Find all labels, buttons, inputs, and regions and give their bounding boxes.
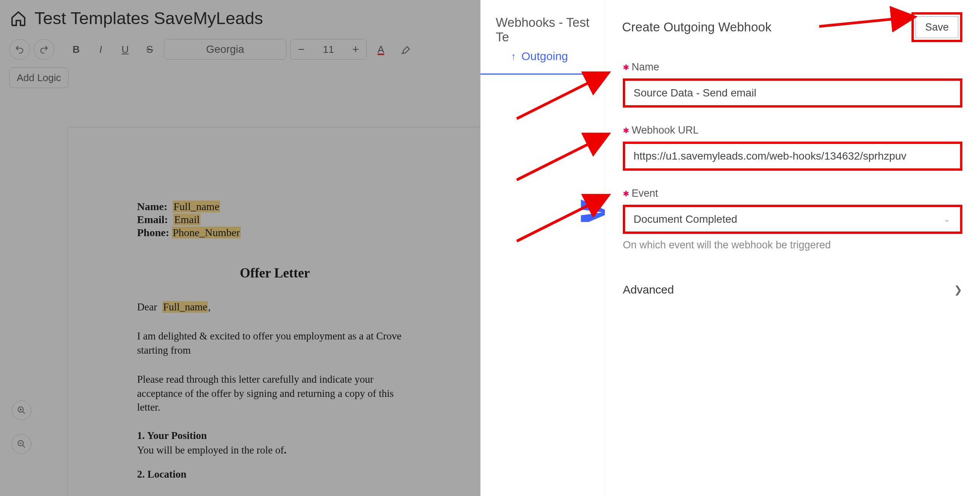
document-canvas[interactable]: Name: Full_name Email: Email Phone: Phon… [68, 128, 482, 496]
doc-para-1: I am delighted & excited to offer you em… [137, 329, 413, 357]
webhooks-panel-title: Webhooks - Test Te [480, 0, 605, 44]
doc-section-2-title: 2. Location [137, 468, 413, 480]
variable-phone[interactable]: Phone_Number [172, 227, 241, 238]
webhooks-panel: Webhooks - Test Te ↑ Outgoing [480, 0, 605, 496]
font-size-stepper[interactable]: − 11 + [290, 39, 367, 60]
redo-button[interactable] [34, 39, 54, 60]
doc-field-email: Email: Email [137, 214, 413, 226]
variable-full-name-2[interactable]: Full_name [162, 301, 208, 313]
name-input[interactable] [625, 81, 960, 105]
add-logic-button[interactable]: Add Logic [9, 67, 69, 88]
variable-email[interactable]: Email [173, 214, 201, 225]
url-input[interactable] [625, 144, 960, 168]
advanced-label: Advanced [623, 283, 674, 296]
event-label: Event [632, 188, 658, 199]
font-size-value: 11 [312, 44, 345, 55]
font-size-increase[interactable]: + [345, 39, 366, 59]
annotation-url-highlight [623, 142, 962, 171]
panel-title: Create Outgoing Webhook [622, 20, 771, 34]
chevron-right-icon: ❯ [954, 284, 962, 296]
italic-button[interactable]: I [90, 39, 111, 60]
doc-greeting: Dear Full_name, [137, 300, 413, 314]
doc-field-name: Name: Full_name [137, 201, 413, 213]
tab-outgoing[interactable]: ↑ Outgoing [511, 50, 568, 63]
doc-title: Offer Letter [137, 266, 413, 281]
required-icon: ✱ [623, 189, 629, 198]
font-size-decrease[interactable]: − [291, 39, 312, 59]
variable-full-name[interactable]: Full_name [173, 201, 220, 212]
zoom-out-button[interactable] [11, 434, 31, 454]
bold-button[interactable]: B [66, 39, 87, 60]
home-icon[interactable] [10, 10, 27, 27]
doc-para-2: Please read through this letter carefull… [137, 372, 413, 414]
font-family-select[interactable]: Georgia [164, 39, 286, 60]
annotation-save-highlight: Save [911, 12, 962, 42]
undo-button[interactable] [9, 39, 30, 60]
underline-button[interactable]: U [115, 39, 136, 60]
field-url-group: ✱Webhook URL [605, 124, 980, 171]
tab-outgoing-label: Outgoing [521, 50, 568, 63]
page-title: Test Templates SaveMyLeads [34, 8, 263, 28]
doc-section-1-body: You will be employed in the role of. [137, 443, 413, 457]
event-hint: On which event will the webhook be trigg… [623, 239, 962, 251]
doc-field-phone: Phone: Phone_Number [137, 227, 413, 239]
zoom-controls [11, 400, 31, 454]
name-label: Name [632, 61, 659, 73]
create-webhook-panel: Create Outgoing Webhook Save ✱Name ✱Webh… [605, 0, 980, 496]
strikethrough-button[interactable]: S [139, 39, 160, 60]
highlight-color-button[interactable] [395, 39, 416, 60]
event-select[interactable] [625, 207, 960, 232]
advanced-toggle[interactable]: Advanced ❯ [605, 268, 980, 312]
required-icon: ✱ [623, 63, 629, 72]
arrow-up-icon: ↑ [511, 51, 516, 62]
zoom-in-button[interactable] [11, 400, 31, 420]
text-color-button[interactable]: A [371, 39, 391, 60]
field-event-group: ✱Event ⌄ On which event will the webhook… [605, 188, 980, 251]
tab-underline [480, 73, 605, 75]
field-name-group: ✱Name [605, 61, 980, 108]
url-label: Webhook URL [632, 124, 699, 136]
annotation-name-highlight [623, 78, 962, 108]
paper-plane-icon [578, 195, 605, 222]
required-icon: ✱ [623, 126, 629, 135]
annotation-event-highlight: ⌄ [623, 205, 962, 234]
doc-section-1-title: 1. Your Position [137, 430, 413, 442]
save-button[interactable]: Save [915, 16, 959, 38]
